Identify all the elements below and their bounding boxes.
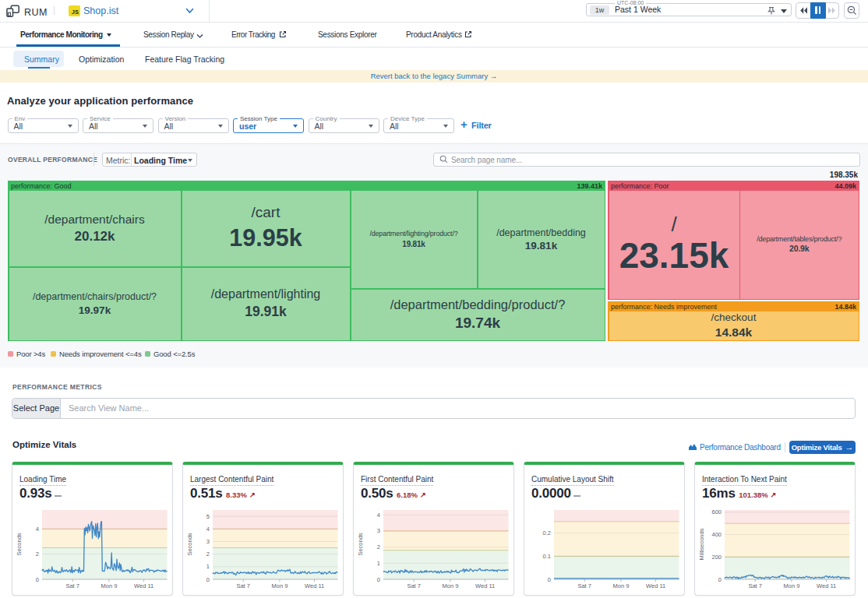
svg-text:3: 3 — [206, 538, 210, 545]
svg-text:Sat 7: Sat 7 — [236, 582, 250, 589]
svg-text:Wed 11: Wed 11 — [475, 582, 495, 589]
svg-text:Sat 7: Sat 7 — [577, 582, 591, 589]
svg-text:1: 1 — [206, 563, 210, 570]
svg-text:Sat 7: Sat 7 — [407, 582, 421, 589]
svg-text:0: 0 — [206, 576, 210, 583]
svg-text:400: 400 — [711, 531, 722, 538]
svg-text:0: 0 — [548, 576, 551, 583]
svg-text:2: 2 — [206, 551, 210, 558]
svg-text:4: 4 — [36, 526, 39, 533]
svg-text:Mon 9: Mon 9 — [442, 582, 458, 589]
svg-text:Mon 9: Mon 9 — [612, 582, 629, 589]
svg-text:0.2: 0.2 — [543, 529, 551, 536]
svg-text:Sat 7: Sat 7 — [65, 582, 79, 589]
svg-text:Seconds: Seconds — [186, 533, 193, 555]
svg-text:Sat 7: Sat 7 — [748, 582, 762, 589]
svg-text:1: 1 — [377, 560, 380, 567]
svg-text:0.1: 0.1 — [543, 553, 551, 560]
svg-text:Wed 11: Wed 11 — [305, 582, 324, 589]
svg-text:Wed 11: Wed 11 — [134, 582, 153, 589]
svg-text:Mon 9: Mon 9 — [101, 582, 117, 589]
svg-text:Wed 11: Wed 11 — [817, 582, 836, 589]
svg-text:Mon 9: Mon 9 — [271, 582, 288, 589]
svg-text:0: 0 — [36, 576, 39, 583]
svg-text:0: 0 — [718, 576, 722, 583]
svg-text:2: 2 — [377, 543, 380, 551]
svg-text:Mon 9: Mon 9 — [783, 582, 799, 589]
svg-text:Wed 11: Wed 11 — [646, 582, 665, 589]
svg-text:2: 2 — [36, 551, 39, 558]
svg-text:200: 200 — [711, 554, 722, 561]
svg-text:Seconds: Seconds — [16, 533, 23, 555]
svg-text:5: 5 — [206, 513, 210, 520]
svg-text:4: 4 — [206, 526, 210, 533]
svg-text:600: 600 — [711, 508, 722, 515]
svg-text:0: 0 — [377, 576, 380, 583]
svg-text:3: 3 — [377, 527, 380, 534]
svg-text:4: 4 — [377, 512, 380, 519]
svg-text:Seconds: Seconds — [357, 533, 364, 555]
svg-text:Milliseconds: Milliseconds — [698, 528, 705, 560]
